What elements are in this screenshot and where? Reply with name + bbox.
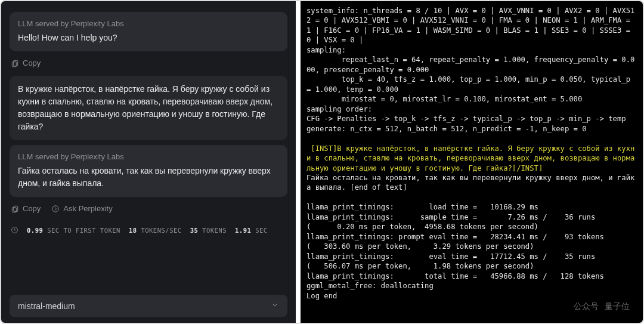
stat-tps: 18 TOKENS/SEC — [129, 227, 182, 234]
model-select[interactable]: mistral-medium — [10, 295, 287, 317]
watermark-label1: 公众号 — [574, 301, 599, 312]
assistant-greeting: Hello! How can I help you? — [18, 32, 279, 44]
ask-label: Ask Perplexity — [63, 204, 112, 213]
chat-panel: LLM served by Perplexity Labs Hello! How… — [1, 1, 296, 323]
panel-divider — [296, 1, 301, 323]
user-message: В кружке напёрсток, в напёрстке гайка. Я… — [18, 83, 279, 133]
svg-rect-0 — [14, 60, 18, 66]
assistant-message: Гайка осталась на кровати, так как вы пе… — [18, 165, 279, 190]
watermark-label2: 量子位 — [605, 301, 630, 312]
copy-button[interactable]: Copy — [11, 58, 41, 67]
clipboard-icon — [11, 205, 19, 213]
actions-row-1: Copy — [11, 58, 287, 67]
user-bubble: В кружке напёрсток, в напёрстке гайка. Я… — [10, 76, 287, 140]
copy-button-2[interactable]: Copy — [11, 204, 41, 213]
stat-ttft: 0.99 SEC TO FIRST TOKEN — [27, 227, 120, 234]
split-view: LLM served by Perplexity Labs Hello! How… — [0, 0, 644, 324]
assistant-bubble-1: LLM served by Perplexity Labs Hello! How… — [10, 12, 287, 51]
terminal-panel: system_info: n_threads = 8 / 10 | AVX = … — [301, 1, 643, 323]
arrow-right-icon — [51, 205, 60, 213]
clipboard-icon — [11, 59, 19, 67]
clock-icon — [11, 226, 18, 234]
assistant-bubble-2: LLM served by Perplexity Labs Гайка оста… — [10, 145, 287, 197]
terminal-output: Гайка осталась на кровати, так как вы пе… — [306, 174, 634, 300]
stat-total: 1.91 SEC — [235, 227, 268, 234]
terminal-preamble: system_info: n_threads = 8 / 10 | AVX = … — [306, 7, 634, 133]
ask-perplexity-button[interactable]: Ask Perplexity — [51, 204, 112, 213]
served-by-label: LLM served by Perplexity Labs — [18, 19, 279, 28]
served-by-label-2: LLM served by Perplexity Labs — [18, 152, 279, 161]
wechat-icon — [552, 300, 568, 312]
stat-tokens: 35 TOKENS — [190, 227, 227, 234]
svg-point-4 — [52, 205, 59, 212]
model-name: mistral-medium — [18, 301, 75, 311]
copy-label: Copy — [23, 204, 41, 213]
svg-rect-2 — [14, 206, 18, 211]
stats-bar: 0.99 SEC TO FIRST TOKEN 18 TOKENS/SEC 35… — [11, 226, 287, 234]
watermark: 公众号 量子位 — [552, 300, 630, 312]
copy-label: Copy — [23, 58, 41, 67]
actions-row-2: Copy Ask Perplexity — [11, 204, 287, 213]
terminal-inst-block: [INST]В кружке напёрсток, в напёрстке га… — [306, 144, 634, 172]
chevron-down-icon — [271, 301, 279, 311]
